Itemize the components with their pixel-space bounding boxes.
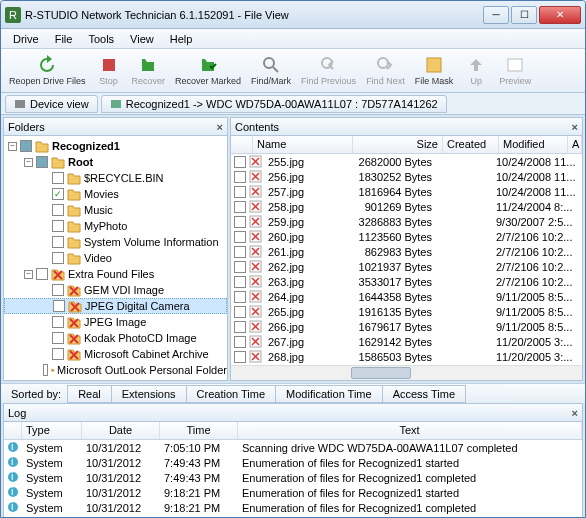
tree-toggle[interactable]: − bbox=[8, 142, 17, 151]
file-row[interactable]: 255.jpg2682000 Bytes10/24/2008 11... bbox=[231, 154, 582, 169]
lcol-time[interactable]: Time bbox=[160, 422, 238, 439]
menu-help[interactable]: Help bbox=[162, 31, 201, 47]
tb-findmark[interactable]: Find/Mark bbox=[247, 53, 295, 88]
row-checkbox[interactable] bbox=[234, 201, 246, 213]
tree-checkbox[interactable] bbox=[52, 252, 64, 264]
tree-node[interactable]: Movies bbox=[4, 186, 227, 202]
file-row[interactable]: 258.jpg901269 Bytes11/24/2004 8:... bbox=[231, 199, 582, 214]
file-row[interactable]: 256.jpg1830252 Bytes10/24/2008 11... bbox=[231, 169, 582, 184]
sort-atime[interactable]: Access Time bbox=[383, 385, 466, 403]
row-checkbox[interactable] bbox=[234, 261, 246, 273]
menu-file[interactable]: File bbox=[47, 31, 81, 47]
file-row[interactable]: 262.jpg1021937 Bytes2/7/2106 10:2... bbox=[231, 259, 582, 274]
row-checkbox[interactable] bbox=[234, 336, 246, 348]
log-row[interactable]: iSystem10/31/20127:49:43 PMEnumeration o… bbox=[4, 455, 582, 470]
file-row[interactable]: 267.jpg1629142 Bytes11/20/2005 3:... bbox=[231, 334, 582, 349]
tree-checkbox[interactable] bbox=[52, 284, 64, 296]
maximize-button[interactable]: ☐ bbox=[511, 6, 537, 24]
tree-toggle[interactable]: − bbox=[24, 158, 33, 167]
contents-header[interactable]: Name Size Created Modified A bbox=[231, 136, 582, 154]
row-checkbox[interactable] bbox=[234, 171, 246, 183]
folder-tree[interactable]: −Recognized1−Root$RECYCLE.BINMoviesMusic… bbox=[4, 136, 227, 380]
tree-checkbox[interactable] bbox=[52, 172, 64, 184]
tree-checkbox[interactable] bbox=[52, 188, 64, 200]
tree-node[interactable]: −Extra Found Files bbox=[4, 266, 227, 282]
tree-node[interactable]: Microsoft Cabinet Archive bbox=[4, 346, 227, 362]
sort-mtime[interactable]: Modification Time bbox=[276, 385, 383, 403]
row-checkbox[interactable] bbox=[234, 231, 246, 243]
log-row[interactable]: iSystem10/31/20127:05:10 PMScanning driv… bbox=[4, 440, 582, 455]
tree-node[interactable]: MyPhoto bbox=[4, 218, 227, 234]
tree-node[interactable]: GEM VDI Image bbox=[4, 282, 227, 298]
hscrollbar[interactable] bbox=[231, 365, 582, 380]
file-row[interactable]: 260.jpg1123560 Bytes2/7/2106 10:2... bbox=[231, 229, 582, 244]
contents-body[interactable]: 255.jpg2682000 Bytes10/24/2008 11...256.… bbox=[231, 154, 582, 365]
titlebar[interactable]: R R-STUDIO Network Technician 6.1.152091… bbox=[1, 1, 585, 29]
tb-reopen[interactable]: Reopen Drive Files bbox=[5, 53, 90, 88]
file-row[interactable]: 257.jpg1816964 Bytes10/24/2008 11... bbox=[231, 184, 582, 199]
sort-ctime[interactable]: Creation Time bbox=[187, 385, 276, 403]
col-name[interactable]: Name bbox=[253, 136, 353, 153]
sort-ext[interactable]: Extensions bbox=[112, 385, 187, 403]
file-row[interactable]: 264.jpg1644358 Bytes9/11/2005 8:5... bbox=[231, 289, 582, 304]
tree-node[interactable]: Kodak PhotoCD Image bbox=[4, 330, 227, 346]
tree-node[interactable]: JPEG Image bbox=[4, 314, 227, 330]
row-checkbox[interactable] bbox=[234, 321, 246, 333]
row-checkbox[interactable] bbox=[234, 186, 246, 198]
tree-checkbox[interactable] bbox=[20, 140, 32, 152]
file-row[interactable]: 265.jpg1916135 Bytes9/11/2005 8:5... bbox=[231, 304, 582, 319]
file-row[interactable]: 268.jpg1586503 Bytes11/20/2005 3:... bbox=[231, 349, 582, 364]
menu-view[interactable]: View bbox=[122, 31, 162, 47]
col-size[interactable]: Size bbox=[353, 136, 443, 153]
tab-device-view[interactable]: Device view bbox=[5, 95, 98, 113]
tree-toggle[interactable]: − bbox=[24, 270, 33, 279]
row-checkbox[interactable] bbox=[234, 246, 246, 258]
hscroll-thumb[interactable] bbox=[351, 367, 411, 379]
row-checkbox[interactable] bbox=[234, 291, 246, 303]
tree-node[interactable]: −Root bbox=[4, 154, 227, 170]
tb-recovermarked[interactable]: Recover Marked bbox=[171, 53, 245, 88]
lcol-type[interactable]: Type bbox=[22, 422, 82, 439]
tree-checkbox[interactable] bbox=[52, 236, 64, 248]
log-body[interactable]: iSystem10/31/20127:05:10 PMScanning driv… bbox=[4, 440, 582, 518]
lcol-text[interactable]: Text bbox=[238, 422, 582, 439]
menu-tools[interactable]: Tools bbox=[80, 31, 122, 47]
minimize-button[interactable]: ─ bbox=[483, 6, 509, 24]
tb-filemask[interactable]: File Mask bbox=[411, 53, 458, 88]
tree-node[interactable]: Music bbox=[4, 202, 227, 218]
tree-node[interactable]: JPEG Digital Camera bbox=[4, 298, 227, 314]
row-checkbox[interactable] bbox=[234, 351, 246, 363]
tree-node[interactable]: −Recognized1 bbox=[4, 138, 227, 154]
file-row[interactable]: 259.jpg3286883 Bytes9/30/2007 2:5... bbox=[231, 214, 582, 229]
menu-drive[interactable]: Drive bbox=[5, 31, 47, 47]
tree-checkbox[interactable] bbox=[52, 332, 64, 344]
log-row[interactable]: iSystem10/31/20127:49:43 PMEnumeration o… bbox=[4, 470, 582, 485]
tree-checkbox[interactable] bbox=[43, 364, 48, 376]
file-row[interactable]: 266.jpg1679617 Bytes9/11/2005 8:5... bbox=[231, 319, 582, 334]
tree-checkbox[interactable] bbox=[53, 300, 65, 312]
tab-recognized[interactable]: Recognized1 -> WDC WD75DA-00AWA11L07 : 7… bbox=[101, 95, 447, 113]
tree-node[interactable]: $RECYCLE.BIN bbox=[4, 170, 227, 186]
close-contents-icon[interactable]: × bbox=[572, 121, 578, 133]
row-checkbox[interactable] bbox=[234, 276, 246, 288]
tree-node[interactable]: Video bbox=[4, 250, 227, 266]
log-row[interactable]: iSystem10/31/20129:18:21 PMEnumeration o… bbox=[4, 500, 582, 515]
file-row[interactable]: 263.jpg3533017 Bytes2/7/2106 10:2... bbox=[231, 274, 582, 289]
log-row[interactable]: iSystem10/31/20129:18:21 PMEnumeration o… bbox=[4, 485, 582, 500]
lcol-date[interactable]: Date bbox=[82, 422, 160, 439]
tree-checkbox[interactable] bbox=[52, 220, 64, 232]
tree-node[interactable]: Microsoft OutLook Personal Folder bbox=[4, 362, 227, 378]
row-checkbox[interactable] bbox=[234, 156, 246, 168]
tree-checkbox[interactable] bbox=[36, 268, 48, 280]
col-modified[interactable]: Modified bbox=[499, 136, 568, 153]
file-row[interactable]: 261.jpg862983 Bytes2/7/2106 10:2... bbox=[231, 244, 582, 259]
tree-checkbox[interactable] bbox=[52, 348, 64, 360]
tree-checkbox[interactable] bbox=[52, 316, 64, 328]
close-button[interactable]: ✕ bbox=[539, 6, 581, 24]
tree-node[interactable]: Microsoft Word Document bbox=[4, 378, 227, 380]
row-checkbox[interactable] bbox=[234, 306, 246, 318]
col-created[interactable]: Created bbox=[443, 136, 499, 153]
row-checkbox[interactable] bbox=[234, 216, 246, 228]
tree-checkbox[interactable] bbox=[52, 204, 64, 216]
tree-checkbox[interactable] bbox=[36, 156, 48, 168]
